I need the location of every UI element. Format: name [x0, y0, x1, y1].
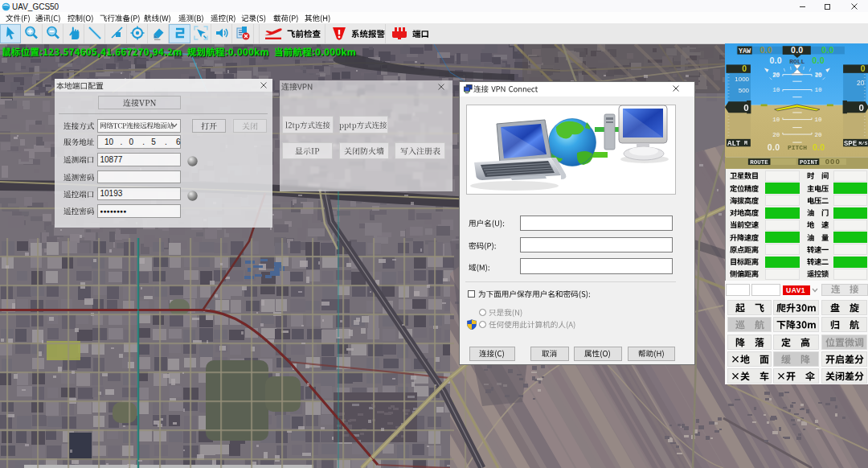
svg-text:0: 0 [743, 103, 748, 113]
svg-text:0.0: 0.0 [767, 142, 780, 152]
svg-text:0: 0 [742, 64, 747, 73]
svg-text:M: M [744, 141, 747, 146]
svg-text:20: 20 [814, 132, 822, 138]
svg-text:0: 0 [860, 64, 865, 73]
svg-text:10: 10 [814, 117, 822, 123]
svg-text:0.0: 0.0 [769, 55, 782, 65]
svg-text:1000: 1000 [735, 76, 749, 83]
svg-text:20: 20 [772, 72, 780, 78]
svg-text:0: 0 [858, 103, 863, 113]
svg-text:0.0: 0.0 [812, 142, 825, 152]
svg-text:20: 20 [772, 132, 780, 138]
svg-text:10: 10 [772, 87, 780, 93]
svg-text:SPE: SPE [843, 139, 857, 148]
svg-text:000: 000 [825, 157, 841, 166]
svg-text:PITCH: PITCH [787, 144, 806, 151]
svg-text:0.0: 0.0 [821, 45, 834, 55]
svg-text:ROLL: ROLL [789, 58, 805, 65]
svg-text:10: 10 [814, 87, 822, 93]
svg-text:M/S: M/S [858, 141, 867, 146]
svg-text:0.0: 0.0 [760, 45, 772, 55]
svg-text:ALT: ALT [727, 139, 741, 148]
svg-text:10: 10 [772, 117, 780, 123]
svg-text:20: 20 [814, 72, 822, 78]
svg-text:ROUTE: ROUTE [750, 159, 768, 166]
svg-text:0.0: 0.0 [812, 55, 825, 65]
svg-text:0.0: 0.0 [790, 45, 803, 55]
svg-text:POINT: POINT [800, 159, 818, 166]
svg-text:YAW: YAW [738, 47, 751, 55]
svg-text:20: 20 [857, 79, 865, 87]
svg-text:500: 500 [738, 87, 749, 94]
